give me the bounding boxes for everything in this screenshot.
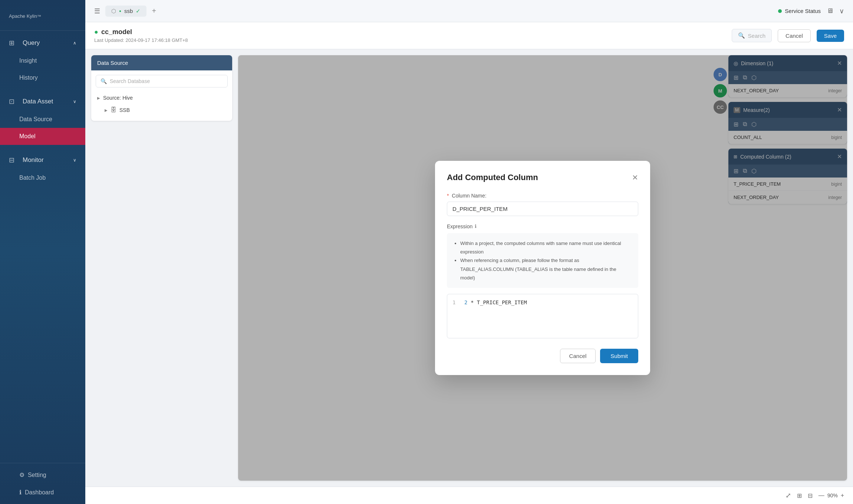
sidebar-item-batch-job[interactable]: Batch Job (0, 169, 85, 186)
required-asterisk: * (447, 193, 449, 199)
code-expression: * T_PRICE_PER_ITEM (471, 299, 527, 305)
add-tab-button[interactable]: + (149, 7, 159, 15)
arrow-icon: ▶ (97, 96, 100, 100)
sidebar-item-query[interactable]: ⊞ Query ∧ (0, 34, 85, 52)
topbar-right: Service Status 🖥 ∨ (778, 7, 844, 15)
model-actions: 🔍 Search Cancel Save (732, 29, 844, 42)
canvas-area: Add Computed Column ✕ * Column Name: Exp… (238, 55, 847, 481)
modal-footer: Cancel Submit (447, 349, 638, 363)
data-source-header: Data Source (91, 55, 232, 70)
source-hive-item[interactable]: ▶ Source: Hive (96, 92, 228, 104)
zoom-value: 90% (827, 493, 838, 498)
modal-title: Add Computed Column (447, 173, 538, 182)
save-button[interactable]: Save (817, 30, 844, 42)
column-name-input[interactable] (447, 202, 638, 216)
modal-header: Add Computed Column ✕ (447, 173, 638, 182)
topbar-left: ☰ ⬡ ● ssb ✓ + (94, 6, 778, 17)
sidebar-item-dashboard[interactable]: ℹ Dashboard (0, 484, 85, 501)
search-bar[interactable]: 🔍 Search (732, 29, 772, 42)
expression-hint: Within a project, the computed columns w… (447, 233, 638, 288)
left-panel: Data Source 🔍 Search Database ▶ Source: … (91, 55, 232, 481)
info-icon[interactable]: ℹ (475, 223, 477, 229)
chevron-down-icon-2: ∨ (73, 158, 76, 163)
data-asset-icon: ⊡ (9, 97, 14, 106)
model-name: ● cc_model (94, 28, 188, 36)
chevron-up-icon: ∧ (73, 40, 76, 46)
sidebar-monitor-section: ⊟ Monitor ∨ Batch Job (0, 148, 85, 189)
sidebar-item-data-source[interactable]: Data Source (0, 111, 85, 128)
sidebar-bottom: ⚙ Setting ℹ Dashboard (0, 463, 85, 504)
sidebar-item-insight[interactable]: Insight (0, 52, 85, 69)
data-source-body: 🔍 Search Database ▶ Source: Hive ▶ 🗄 SSB (91, 70, 232, 121)
modal-cancel-button[interactable]: Cancel (560, 349, 596, 363)
monitor-icon: ⊟ (9, 156, 14, 164)
arrow-right-icon: ▶ (105, 108, 108, 112)
model-updated: Last Updated: 2024-09-17 17:46:18 GMT+8 (94, 37, 188, 43)
menu-icon[interactable]: ☰ (94, 7, 100, 15)
sidebar-query-section: ⊞ Query ∧ Insight History (0, 31, 85, 89)
chevron-down-icon: ∨ (73, 99, 76, 104)
data-source-panel: Data Source 🔍 Search Database ▶ Source: … (91, 55, 232, 121)
db-icon: 🗄 (111, 107, 116, 113)
topbar: ☰ ⬡ ● ssb ✓ + Service Status 🖥 ∨ (85, 0, 853, 22)
zoom-out-button[interactable]: — (819, 492, 824, 499)
expand-icon[interactable]: ⤢ (786, 491, 791, 500)
modal-close-button[interactable]: ✕ (632, 173, 638, 182)
code-number-blue: 2 (464, 299, 467, 305)
sidebar-item-monitor[interactable]: ⊟ Monitor ∨ (0, 151, 85, 169)
sidebar-item-data-asset[interactable]: ⊡ Data Asset ∨ (0, 92, 85, 111)
search-icon: 🔍 (738, 32, 745, 39)
line-number: 1 (452, 299, 458, 305)
add-computed-column-modal: Add Computed Column ✕ * Column Name: Exp… (435, 161, 650, 375)
sidebar-item-setting[interactable]: ⚙ Setting (0, 466, 85, 484)
sidebar-data-asset-section: ⊡ Data Asset ∨ Data Source Model (0, 89, 85, 148)
expression-label: Expression ℹ (447, 223, 638, 229)
hint-item-2: When referencing a column, please follow… (460, 256, 631, 282)
dot: ● (119, 9, 121, 13)
expand-icon[interactable]: ∨ (839, 7, 844, 15)
model-header: ● cc_model Last Updated: 2024-09-17 17:4… (85, 22, 853, 49)
column-name-label: * Column Name: (447, 193, 638, 199)
check-icon: ✓ (136, 8, 141, 14)
content-area: Data Source 🔍 Search Database ▶ Source: … (85, 49, 853, 487)
bottom-bar: ⤢ ⊞ ⊟ — 90% + (85, 487, 853, 504)
model-info: ● cc_model Last Updated: 2024-09-17 17:4… (94, 28, 188, 43)
ssb-tree-item[interactable]: ▶ 🗄 SSB (96, 104, 228, 116)
zoom-in-button[interactable]: + (841, 492, 844, 499)
topbar-tab-ssb[interactable]: ⬡ ● ssb ✓ (105, 6, 146, 17)
sidebar-item-model[interactable]: Model (0, 128, 85, 145)
grid-icon[interactable]: ⊞ (797, 492, 802, 499)
sidebar-item-history[interactable]: History (0, 69, 85, 86)
zoom-control: — 90% + (819, 492, 844, 499)
source-label: Source: Hive (103, 95, 133, 101)
service-status-label: Service Status (785, 8, 821, 14)
table-icon[interactable]: ⊟ (808, 492, 813, 499)
topbar-tabs: ☰ ⬡ ● ssb ✓ + (94, 6, 159, 17)
search-db-icon: 🔍 (101, 78, 107, 84)
service-status-dot (778, 9, 782, 13)
app-logo: Apache Kylin™ (0, 0, 85, 31)
notification-icon[interactable]: 🖥 (827, 7, 833, 15)
query-icon: ⊞ (9, 39, 14, 47)
main-content: ☰ ⬡ ● ssb ✓ + Service Status 🖥 ∨ ● (85, 0, 853, 504)
db-tab-icon: ⬡ (111, 8, 116, 14)
modal-submit-button[interactable]: Submit (600, 349, 638, 363)
code-line-1: 1 2 * T_PRICE_PER_ITEM (452, 299, 633, 305)
model-status-dot: ● (94, 28, 98, 36)
sidebar: Apache Kylin™ ⊞ Query ∧ Insight History … (0, 0, 85, 504)
modal-overlay: Add Computed Column ✕ * Column Name: Exp… (238, 55, 847, 481)
search-database-input[interactable]: 🔍 Search Database (96, 75, 228, 87)
service-status: Service Status (778, 8, 821, 14)
code-editor[interactable]: 1 2 * T_PRICE_PER_ITEM (447, 294, 638, 338)
hint-item-1: Within a project, the computed columns w… (460, 239, 631, 256)
cancel-button[interactable]: Cancel (778, 29, 811, 42)
